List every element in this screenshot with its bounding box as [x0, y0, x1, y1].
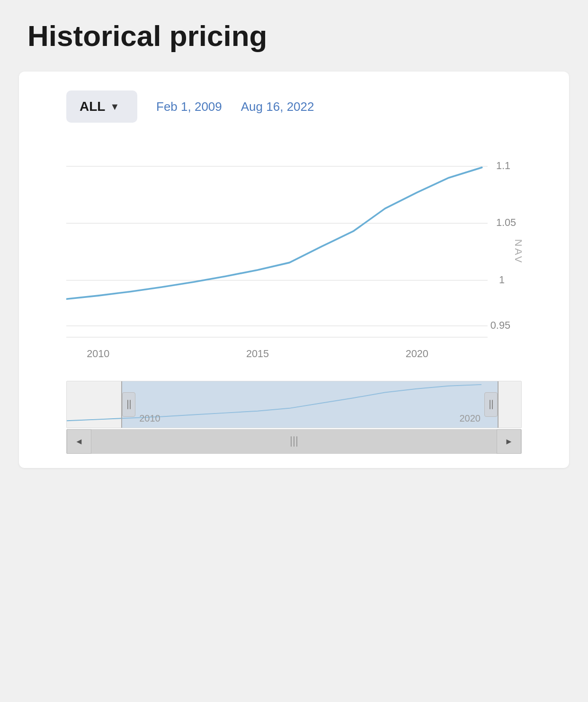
scroll-right-button[interactable]: ► — [497, 429, 521, 454]
handle-line — [130, 400, 131, 409]
scroll-left-icon: ◄ — [75, 437, 83, 447]
navigator-year-right: 2020 — [460, 413, 481, 424]
scroll-thumb-line — [291, 436, 292, 447]
dropdown-arrow-icon: ▼ — [110, 101, 119, 112]
chart-area: 1.1 1.05 1 0.95 NAV — [66, 132, 522, 371]
controls-row: ALL ▼ Feb 1, 2009 Aug 16, 2022 — [19, 90, 569, 132]
svg-text:1.05: 1.05 — [496, 216, 516, 228]
navigator-selected-range: 2010 2020 — [121, 381, 499, 428]
handle-grip-left — [127, 400, 131, 409]
handle-grip-right — [490, 400, 493, 409]
svg-text:0.95: 0.95 — [490, 319, 510, 331]
navigator-section: 2010 2020 ◄ ► — [66, 381, 522, 454]
end-date-label: Aug 16, 2022 — [241, 99, 314, 114]
svg-text:1.1: 1.1 — [496, 160, 510, 171]
time-range-dropdown[interactable]: ALL ▼ — [66, 90, 137, 123]
handle-line — [127, 400, 128, 409]
handle-line — [492, 400, 493, 409]
svg-text:2010: 2010 — [87, 348, 109, 360]
chart-wrapper: 1.1 1.05 1 0.95 NAV — [19, 132, 569, 371]
svg-text:2020: 2020 — [406, 348, 428, 360]
scroll-thumb-grip — [291, 436, 297, 447]
page-title: Historical pricing — [14, 19, 574, 53]
navigator-year-left: 2010 — [139, 413, 160, 424]
navigator-handle-right[interactable] — [484, 392, 498, 417]
svg-text:NAV: NAV — [513, 239, 522, 265]
dropdown-label: ALL — [80, 99, 105, 114]
start-date-label: Feb 1, 2009 — [156, 99, 222, 114]
navigator-handle-left[interactable] — [122, 392, 135, 417]
handle-line — [490, 400, 490, 409]
svg-text:2015: 2015 — [246, 348, 269, 360]
svg-text:1: 1 — [499, 274, 505, 286]
pricing-card: ALL ▼ Feb 1, 2009 Aug 16, 2022 1.1 1.05 … — [19, 72, 569, 468]
scroll-thumb-line — [294, 436, 294, 447]
scroll-thumb-line — [296, 436, 297, 447]
scroll-right-icon: ► — [505, 437, 513, 447]
price-line — [66, 168, 482, 299]
scrollbar-row: ◄ ► — [66, 429, 522, 454]
scroll-left-button[interactable]: ◄ — [67, 429, 91, 454]
navigator-container: 2010 2020 — [66, 381, 522, 428]
scroll-track[interactable] — [91, 430, 497, 453]
price-chart: 1.1 1.05 1 0.95 NAV — [66, 132, 522, 371]
